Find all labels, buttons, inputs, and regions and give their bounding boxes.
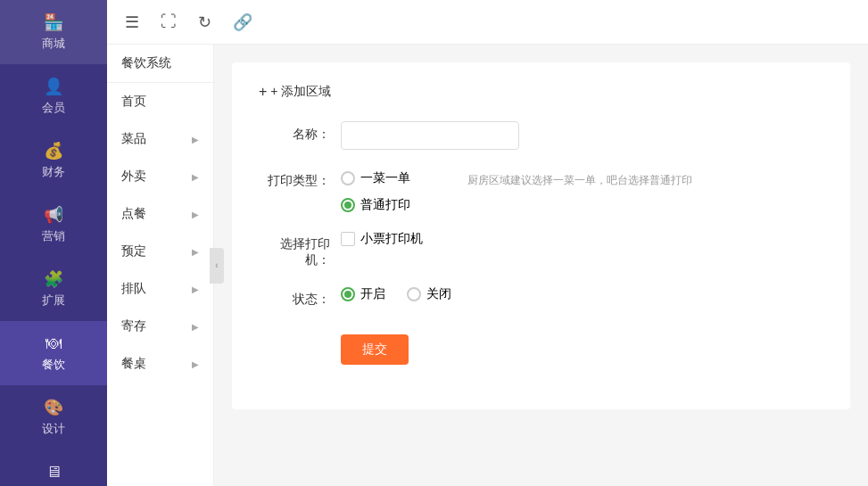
status-off-label: 关闭 — [426, 286, 451, 302]
submenu-table-label: 餐桌 — [121, 356, 146, 372]
finance-icon: 💰 — [44, 141, 63, 161]
submenu-dishes-label: 菜品 — [121, 131, 146, 147]
radio-one-dish-circle — [341, 171, 355, 185]
sub-sidebar-title: 餐饮系统 — [107, 45, 213, 83]
sidebar-item-catering[interactable]: 🍽 餐饮 — [0, 321, 107, 385]
submenu-order-arrow: ▶ — [192, 210, 199, 219]
radio-one-dish-label: 一菜一单 — [360, 170, 410, 186]
submenu-queue-arrow: ▶ — [192, 284, 199, 294]
submenu-storage-arrow: ▶ — [192, 322, 199, 332]
submenu-queue-label: 排队 — [121, 281, 146, 297]
sidebar-item-extend[interactable]: 🧩 扩展 — [0, 257, 107, 321]
status-on-label: 开启 — [360, 286, 385, 302]
sidebar-item-marketing[interactable]: 📢 营销 — [0, 193, 107, 257]
select-printer-row: 选择打印机： 小票打印机 — [259, 231, 823, 268]
sidebar-item-shop[interactable]: 🏪 商城 — [0, 0, 107, 64]
submit-label-spacer — [259, 325, 330, 331]
add-zone-button[interactable]: + + 添加区域 — [259, 84, 823, 100]
radio-normal-print[interactable]: 普通打印 — [341, 197, 692, 213]
submenu-item-queue[interactable]: 排队 ▶ — [107, 270, 213, 308]
radio-normal-print-circle — [341, 198, 355, 212]
submenu-item-reserve[interactable]: 预定 ▶ — [107, 233, 213, 270]
name-row: 名称： — [259, 121, 823, 150]
expand-icon[interactable]: ⛶ — [161, 12, 177, 31]
submit-button[interactable]: 提交 — [341, 334, 409, 365]
submit-row: 提交 — [259, 325, 823, 365]
member-icon: 👤 — [44, 77, 63, 96]
sidebar-item-finance[interactable]: 💰 财务 — [0, 128, 107, 193]
content-area: 餐饮系统 ‹ 首页 菜品 ▶ 外卖 ▶ 点餐 ▶ 预定 ▶ 排队 — [107, 45, 868, 486]
submenu-item-home[interactable]: 首页 — [107, 83, 213, 120]
print-type-label: 打印类型： — [259, 168, 330, 189]
extend-icon: 🧩 — [44, 269, 63, 289]
sidebar-item-platform[interactable]: 🖥 平台 — [0, 449, 107, 486]
submenu-reserve-arrow: ▶ — [192, 247, 199, 257]
status-on-radio[interactable]: 开启 — [341, 286, 385, 302]
submenu-item-dishes[interactable]: 菜品 ▶ — [107, 120, 213, 158]
radio-one-dish[interactable]: 一菜一单 — [341, 170, 410, 186]
submenu-item-storage[interactable]: 寄存 ▶ — [107, 308, 213, 345]
submenu-home-label: 首页 — [121, 94, 146, 110]
design-icon: 🎨 — [44, 398, 63, 417]
name-label: 名称： — [259, 121, 330, 143]
submenu-takeout-label: 外卖 — [121, 169, 146, 185]
print-hint: 厨房区域建议选择一菜一单，吧台选择普通打印 — [467, 168, 692, 188]
print-option-row1: 一菜一单 厨房区域建议选择一菜一单，吧台选择普通打印 — [341, 168, 692, 188]
plus-icon: + — [259, 84, 267, 100]
printer-checkbox[interactable] — [341, 232, 355, 246]
status-off-radio[interactable]: 关闭 — [407, 286, 451, 302]
submenu-takeout-arrow: ▶ — [192, 172, 199, 182]
main-area: ☰ ⛶ ↻ 🔗 餐饮系统 ‹ 首页 菜品 ▶ 外卖 ▶ 点餐 ▶ — [107, 0, 868, 486]
sidebar-item-member-label: 会员 — [42, 100, 65, 116]
catering-icon: 🍽 — [44, 334, 63, 353]
marketing-icon: 📢 — [44, 205, 63, 225]
sidebar-item-marketing-label: 营销 — [42, 228, 65, 244]
submenu-reserve-label: 预定 — [121, 243, 146, 259]
sidebar-item-finance-label: 财务 — [42, 164, 65, 180]
platform-icon: 🖥 — [44, 462, 63, 482]
sidebar-item-catering-label: 餐饮 — [42, 357, 65, 373]
add-zone-label: + 添加区域 — [270, 84, 331, 100]
shop-icon: 🏪 — [44, 12, 63, 32]
submenu-item-order[interactable]: 点餐 ▶ — [107, 195, 213, 233]
submenu-item-takeout[interactable]: 外卖 ▶ — [107, 158, 213, 195]
select-printer-label: 选择打印机： — [259, 231, 330, 268]
submenu-table-arrow: ▶ — [192, 359, 199, 369]
status-row: 状态： 开启 关闭 — [259, 286, 823, 308]
printer-option-label: 小票打印机 — [360, 231, 423, 247]
sidebar-toggle-button[interactable]: ‹ — [210, 248, 224, 284]
submenu-dishes-arrow: ▶ — [192, 135, 199, 144]
submenu-item-table[interactable]: 餐桌 ▶ — [107, 345, 213, 383]
link-icon[interactable]: 🔗 — [233, 12, 252, 32]
print-type-row: 打印类型： 一菜一单 厨房区域建议选择一菜一单，吧台选择普通打印 普通打印 — [259, 168, 823, 213]
status-controls: 开启 关闭 — [341, 286, 451, 302]
sidebar-item-design[interactable]: 🎨 设计 — [0, 385, 107, 449]
name-input[interactable] — [341, 121, 519, 150]
menu-icon[interactable]: ☰ — [125, 12, 139, 32]
status-off-circle — [407, 287, 421, 301]
sidebar-item-member[interactable]: 👤 会员 — [0, 64, 107, 128]
main-sidebar: 🏪 商城 👤 会员 💰 财务 📢 营销 🧩 扩展 🍽 餐饮 🎨 设计 🖥 平台 … — [0, 0, 107, 486]
printer-checkbox-item[interactable]: 小票打印机 — [341, 231, 423, 247]
sidebar-item-shop-label: 商城 — [42, 36, 65, 52]
refresh-icon[interactable]: ↻ — [198, 12, 211, 32]
toolbar: ☰ ⛶ ↻ 🔗 — [107, 0, 868, 45]
sidebar-item-design-label: 设计 — [42, 421, 65, 437]
submenu-order-label: 点餐 — [121, 206, 146, 222]
print-type-controls: 一菜一单 厨房区域建议选择一菜一单，吧台选择普通打印 普通打印 — [341, 168, 692, 213]
submenu-storage-label: 寄存 — [121, 318, 146, 334]
form-card: + + 添加区域 名称： 打印类型： 一菜一单 — [232, 62, 850, 409]
status-on-circle — [341, 287, 355, 301]
radio-normal-print-label: 普通打印 — [360, 197, 410, 213]
sidebar-item-extend-label: 扩展 — [42, 292, 65, 309]
sub-sidebar: 餐饮系统 ‹ 首页 菜品 ▶ 外卖 ▶ 点餐 ▶ 预定 ▶ 排队 — [107, 45, 214, 486]
status-label: 状态： — [259, 286, 330, 308]
page-content: + + 添加区域 名称： 打印类型： 一菜一单 — [214, 45, 868, 486]
